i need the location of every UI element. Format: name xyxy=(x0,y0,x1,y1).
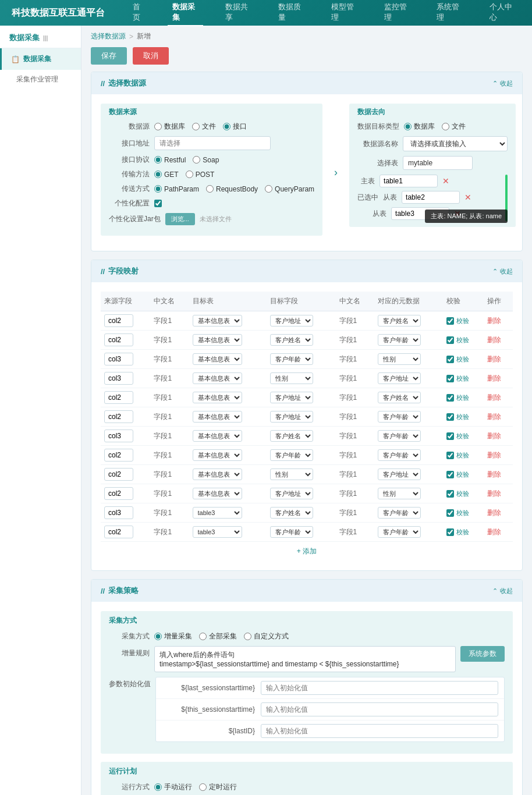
mode-requestbody[interactable]: RequestBody xyxy=(206,185,258,193)
run-manual[interactable]: 手动运行 xyxy=(154,782,192,792)
nav-home[interactable]: 首页 xyxy=(128,0,150,26)
save-button[interactable]: 保存 xyxy=(91,47,127,65)
cell-target-table-9[interactable]: 基本信息表table3 xyxy=(189,484,267,503)
table-delete-1[interactable]: ✕ xyxy=(464,193,471,202)
cell-validate-1[interactable]: 校验 xyxy=(443,331,484,350)
cell-validate-2[interactable]: 校验 xyxy=(443,350,484,369)
sidebar-item-data-collection[interactable]: 📋 数据采集 xyxy=(0,48,81,70)
cell-target-field-10[interactable]: 客户地址客户姓名客户年龄性别 xyxy=(267,503,335,523)
custom-config-checkbox[interactable] xyxy=(154,200,162,207)
cell-target-field-5[interactable]: 客户地址客户姓名客户年龄性别 xyxy=(267,407,335,427)
sys-param-button[interactable]: 系统参数 xyxy=(460,646,505,662)
param-input-1[interactable] xyxy=(261,702,498,716)
cell-src-field-8[interactable] xyxy=(101,465,150,484)
cell-validate-3[interactable]: 校验 xyxy=(443,369,484,388)
cell-target-field-8[interactable]: 客户地址客户姓名客户年龄性别 xyxy=(267,465,335,484)
cell-target-field-1[interactable]: 客户地址客户姓名客户年龄性别 xyxy=(267,331,335,350)
cell-validate-4[interactable]: 校验 xyxy=(443,388,484,407)
nav-model-mgmt[interactable]: 模型管理 xyxy=(327,0,362,26)
cell-meta-2[interactable]: 客户姓名客户年龄性别客户地址 xyxy=(374,350,443,369)
cell-src-field-4[interactable] xyxy=(101,388,150,407)
cell-src-field-11[interactable] xyxy=(101,523,150,542)
cell-validate-11[interactable]: 校验 xyxy=(443,523,484,542)
cell-target-field-2[interactable]: 客户地址客户姓名客户年龄性别 xyxy=(267,350,335,369)
cell-validate-6[interactable]: 校验 xyxy=(443,427,484,446)
nav-data-quality[interactable]: 数据质量 xyxy=(274,0,309,26)
cell-target-table-10[interactable]: table3基本信息表 xyxy=(189,503,267,523)
cell-delete-1[interactable]: 删除 xyxy=(484,331,513,350)
method-get[interactable]: GET xyxy=(154,171,179,179)
protocol-restful[interactable]: Restful xyxy=(154,156,186,164)
source-type-api[interactable]: 接口 xyxy=(223,122,247,132)
method-incremental[interactable]: 增量采集 xyxy=(154,631,192,641)
cell-meta-0[interactable]: 客户姓名客户年龄性别客户地址 xyxy=(374,311,443,331)
table-input-1[interactable] xyxy=(402,191,460,204)
method-custom[interactable]: 自定义方式 xyxy=(244,631,289,641)
target-file[interactable]: 文件 xyxy=(442,122,466,132)
cell-delete-9[interactable]: 删除 xyxy=(484,484,513,503)
cell-validate-0[interactable]: 校验 xyxy=(443,311,484,331)
sidebar-toggle[interactable]: ||| xyxy=(43,35,48,41)
source-type-file[interactable]: 文件 xyxy=(192,122,216,132)
cell-src-field-1[interactable] xyxy=(101,331,150,350)
cell-target-table-5[interactable]: 基本信息表table3 xyxy=(189,407,267,427)
cell-src-field-10[interactable] xyxy=(101,503,150,523)
cell-target-table-4[interactable]: 基本信息表table3 xyxy=(189,388,267,407)
collection-strategy-collapse[interactable]: ⌃ 收起 xyxy=(492,587,513,595)
mode-queryparam[interactable]: QueryParam xyxy=(265,185,314,193)
cell-src-field-7[interactable] xyxy=(101,446,150,465)
cell-target-field-9[interactable]: 客户地址客户姓名客户年龄性别 xyxy=(267,484,335,503)
cell-validate-7[interactable]: 校验 xyxy=(443,446,484,465)
cell-src-field-2[interactable] xyxy=(101,350,150,369)
cell-validate-10[interactable]: 校验 xyxy=(443,503,484,523)
cell-delete-7[interactable]: 删除 xyxy=(484,446,513,465)
cell-target-table-8[interactable]: 基本信息表table3 xyxy=(189,465,267,484)
cell-delete-5[interactable]: 删除 xyxy=(484,407,513,427)
cell-target-table-6[interactable]: 基本信息表table3 xyxy=(189,427,267,446)
cell-meta-7[interactable]: 客户姓名客户年龄性别客户地址 xyxy=(374,446,443,465)
cell-target-field-7[interactable]: 客户地址客户姓名客户年龄性别 xyxy=(267,446,335,465)
table-input-0[interactable] xyxy=(380,175,438,187)
run-scheduled[interactable]: 定时运行 xyxy=(199,782,237,792)
cell-delete-0[interactable]: 删除 xyxy=(484,311,513,331)
cell-validate-9[interactable]: 校验 xyxy=(443,484,484,503)
data-source-collapse[interactable]: ⌃ 收起 xyxy=(492,79,513,88)
cell-delete-2[interactable]: 删除 xyxy=(484,350,513,369)
cell-delete-11[interactable]: 删除 xyxy=(484,523,513,542)
cell-target-field-3[interactable]: 客户地址客户姓名客户年龄性别 xyxy=(267,369,335,388)
mode-pathparam[interactable]: PathParam xyxy=(154,185,199,193)
sidebar-item-job-management[interactable]: 采集作业管理 xyxy=(0,70,81,89)
nav-data-share[interactable]: 数据共享 xyxy=(221,0,256,26)
target-name-select[interactable]: 请选择或直接输入 xyxy=(403,136,508,151)
cell-target-table-11[interactable]: table3基本信息表 xyxy=(189,523,267,542)
nav-personal-center[interactable]: 个人中心 xyxy=(485,0,520,26)
cell-delete-6[interactable]: 删除 xyxy=(484,427,513,446)
cell-meta-4[interactable]: 客户姓名客户年龄性别客户地址 xyxy=(374,388,443,407)
cell-validate-8[interactable]: 校验 xyxy=(443,465,484,484)
increment-rule-textarea[interactable]: 填入where后的条件语句 timestamp>${last_sessionst… xyxy=(154,646,456,672)
cell-meta-10[interactable]: 客户姓名客户年龄性别客户地址 xyxy=(374,503,443,523)
field-mapping-collapse[interactable]: ⌃ 收起 xyxy=(492,267,513,276)
target-db[interactable]: 数据库 xyxy=(404,122,435,132)
cell-target-table-2[interactable]: 基本信息表table3 xyxy=(189,350,267,369)
table-delete-0[interactable]: ✕ xyxy=(442,176,449,186)
cell-target-table-1[interactable]: 基本信息表table3 xyxy=(189,331,267,350)
cell-delete-4[interactable]: 删除 xyxy=(484,388,513,407)
nav-monitor-mgmt[interactable]: 监控管理 xyxy=(380,0,415,26)
param-input-0[interactable] xyxy=(261,681,498,695)
cell-src-field-6[interactable] xyxy=(101,427,150,446)
browse-button[interactable]: 浏览... xyxy=(165,213,195,225)
cell-meta-9[interactable]: 客户姓名客户年龄性别客户地址 xyxy=(374,484,443,503)
cell-meta-1[interactable]: 客户姓名客户年龄性别客户地址 xyxy=(374,331,443,350)
cell-target-table-0[interactable]: 基本信息表table3 xyxy=(189,311,267,331)
cancel-button[interactable]: 取消 xyxy=(133,47,169,65)
method-post[interactable]: POST xyxy=(186,171,215,179)
breadcrumb-link[interactable]: 选择数据源 xyxy=(91,31,126,41)
cell-meta-8[interactable]: 客户姓名客户年龄性别客户地址 xyxy=(374,465,443,484)
nav-data-collection[interactable]: 数据采集 xyxy=(168,0,203,26)
cell-meta-11[interactable]: 客户姓名客户年龄性别客户地址 xyxy=(374,523,443,542)
cell-src-field-5[interactable] xyxy=(101,407,150,427)
param-input-2[interactable] xyxy=(261,724,498,738)
selector-input[interactable] xyxy=(403,156,473,170)
cell-target-field-11[interactable]: 客户地址客户姓名客户年龄性别 xyxy=(267,523,335,542)
